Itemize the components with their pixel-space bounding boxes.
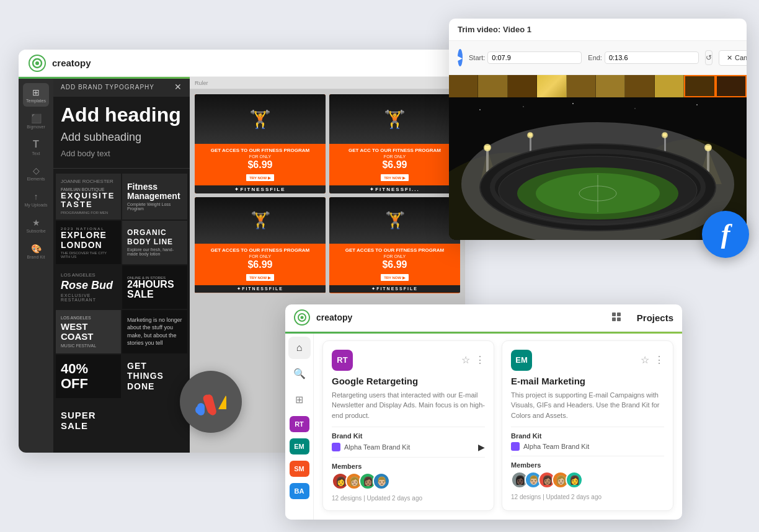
nav-home-icon[interactable]: ⌂	[288, 337, 311, 359]
brand-kit-row-em: Alpha Team Brand Kit	[511, 442, 664, 451]
divider	[511, 456, 664, 456]
typo-divider	[53, 168, 190, 169]
font-card-40off[interactable]: 40%OFF	[56, 355, 121, 398]
font-card-24sale[interactable]: ONLINE & IN STORES 24HOURSSALE	[122, 265, 187, 309]
members-row-rt: 👩 👩🏼 👩🏽 👨🏼	[332, 472, 485, 490]
sidebar-icon-elements[interactable]: ◇ Elements	[23, 161, 49, 185]
sidebar-icon-brandkit[interactable]: 🎨 Brand Kit	[23, 239, 49, 263]
project-card-header: RT ☆ ⋮	[332, 350, 485, 371]
sidebar-icon-text[interactable]: T Text	[23, 135, 49, 159]
svg-point-5	[572, 103, 574, 104]
projects-green-line	[285, 332, 682, 334]
brand-kit-label-em: Brand Kit	[511, 432, 664, 440]
video-start-input[interactable]	[487, 51, 582, 64]
font-card-explore[interactable]: 2023 NATIONAL EXPLORELONDON THE DISCOVER…	[56, 221, 121, 264]
more-options-icon[interactable]: ⋮	[475, 354, 485, 366]
filmstrip-segment	[625, 75, 654, 97]
filmstrip-segment	[567, 75, 596, 97]
video-end-input[interactable]	[605, 51, 699, 64]
filmstrip-segments	[449, 75, 747, 97]
brand-kit-name-rt: Alpha Team Brand Kit	[344, 443, 474, 451]
brand-kit-dot	[332, 443, 340, 451]
video-trim-window: Trim video: Video 1 ▶ Start: End: ↺ ✕ Ca…	[449, 19, 747, 240]
nav-search-icon[interactable]: 🔍	[288, 363, 311, 385]
ruler-bar: Ruler	[190, 77, 465, 89]
svg-point-1	[35, 61, 39, 65]
member-avatar: 👩	[566, 471, 583, 489]
projects-page-title: Projects	[637, 313, 673, 323]
member-avatar: 👨🏼	[373, 472, 390, 490]
font-card-rose[interactable]: LOS ANGELES Rose Bud EXCLUSIVE RESTAURAN…	[56, 265, 121, 309]
play-icon[interactable]: ▶	[478, 442, 485, 452]
editor-titlebar: creatopy	[19, 50, 465, 77]
add-subheading-label[interactable]: Add subheading	[53, 128, 190, 146]
project-card-actions: ☆ ⋮	[641, 354, 664, 366]
video-start-field: Start:	[469, 51, 582, 64]
font-card-fitness[interactable]: FitnessManagement Complete Weight Loss P…	[122, 174, 187, 219]
project-footer-em: 12 designs | Updated 2 days ago	[511, 494, 664, 500]
project-desc-em: This project is supporting E-mail Campai…	[511, 390, 664, 421]
close-typography-icon[interactable]: ✕	[174, 82, 182, 92]
font-cards-grid: Joanne Rochester FAMILIAN BOUTIQUE EXQUI…	[53, 171, 190, 445]
font-card-supersale[interactable]: SUPER SALE	[56, 399, 121, 443]
star-icon[interactable]: ☆	[641, 354, 649, 366]
filmstrip-segment	[478, 75, 507, 97]
projects-nav-sidebar: ⌂ 🔍 ⊞ RT EM SM BA	[285, 332, 314, 520]
font-card-organic[interactable]: ORGANICBODY LINE Explore our fresh, hand…	[122, 221, 187, 264]
facebook-icon: f	[721, 221, 730, 248]
ad-medium-rectangle: 🏋️ GET ACCES TO OUR FITNESS PROGRAM FOR …	[195, 94, 326, 193]
filmstrip-segment-selected	[684, 75, 715, 97]
more-options-icon[interactable]: ⋮	[654, 354, 664, 366]
video-trim-titlebar: Trim video: Video 1	[449, 19, 747, 41]
video-cancel-button[interactable]: ✕ Cancel	[719, 50, 747, 66]
font-card-exquisite[interactable]: Joanne Rochester FAMILIAN BOUTIQUE EXQUI…	[56, 174, 121, 219]
project-footer-rt: 12 designs | Updated 2 days ago	[332, 495, 485, 502]
video-play-button[interactable]: ▶	[458, 49, 463, 66]
stadium-svg	[449, 97, 747, 240]
members-label-rt: Members	[332, 463, 485, 470]
svg-point-27	[704, 144, 712, 151]
projects-logo	[294, 309, 310, 326]
brand-kit-dot	[511, 442, 520, 451]
sidebar-icon-templates[interactable]: ⊞ Templates	[23, 83, 49, 107]
video-preview	[449, 97, 747, 240]
svg-rect-32	[612, 313, 616, 316]
project-card-actions: ☆ ⋮	[461, 354, 485, 366]
svg-point-4	[523, 106, 524, 107]
facebook-badge: f	[702, 211, 749, 258]
video-end-field: End:	[588, 51, 699, 64]
editor-brand-name: creatopy	[52, 58, 91, 68]
members-label-em: Members	[511, 461, 664, 469]
add-body-label[interactable]: Add body text	[53, 146, 190, 166]
divider	[511, 427, 664, 427]
sidebar-badge-em[interactable]: EM	[290, 438, 309, 454]
project-desc-rt: Retargeting users that interacted with o…	[332, 390, 485, 421]
font-card-marketing[interactable]: Marketing is no longer about the stuff y…	[122, 310, 187, 353]
project-card-header: EM ☆ ⋮	[511, 350, 664, 371]
sidebar-icon-background[interactable]: ⬛ Bigmover	[23, 109, 49, 133]
project-card-google-retargeting: RT ☆ ⋮ Google Retargeting Retargeting us…	[322, 340, 494, 512]
add-heading-label[interactable]: Add heading	[53, 97, 190, 128]
sidebar-badge-rt[interactable]: RT	[290, 416, 309, 432]
projects-cards-grid: RT ☆ ⋮ Google Retargeting Retargeting us…	[314, 332, 682, 520]
svg-point-29	[662, 132, 668, 138]
star-icon[interactable]: ☆	[461, 354, 470, 366]
font-card-getthings[interactable]: GETTHINGSDONE	[122, 355, 187, 398]
font-card-westcoast[interactable]: LOS ANGELES WESTCOAST MUSIC FESTIVAL	[56, 310, 121, 353]
filmstrip-segment-selected	[716, 75, 747, 97]
nav-grid-icon[interactable]: ⊞	[288, 389, 311, 411]
video-controls-bar: ▶ Start: End: ↺ ✕ Cancel ✂ Trim video	[449, 41, 747, 75]
divider	[332, 457, 485, 458]
svg-point-3	[479, 109, 481, 110]
ad-square: 🏋️ GET ACCES TO OUR FITNESS PROGRAM FOR …	[195, 197, 326, 293]
sidebar-badge-ba[interactable]: BA	[290, 483, 309, 499]
sidebar-icon-subscribe[interactable]: ★ Subscribe	[23, 213, 49, 237]
sidebar-icon-uploads[interactable]: ↑ My Uploads	[23, 187, 49, 211]
svg-rect-35	[617, 317, 621, 321]
video-reset-button[interactable]: ↺	[705, 50, 712, 65]
project-card-email-marketing: EM ☆ ⋮ E-mail Marketing This project is …	[502, 340, 673, 512]
svg-point-7	[696, 104, 698, 105]
sidebar-badge-sm[interactable]: SM	[290, 461, 309, 477]
grid-icon[interactable]	[608, 309, 626, 326]
editor-logo	[29, 55, 46, 72]
